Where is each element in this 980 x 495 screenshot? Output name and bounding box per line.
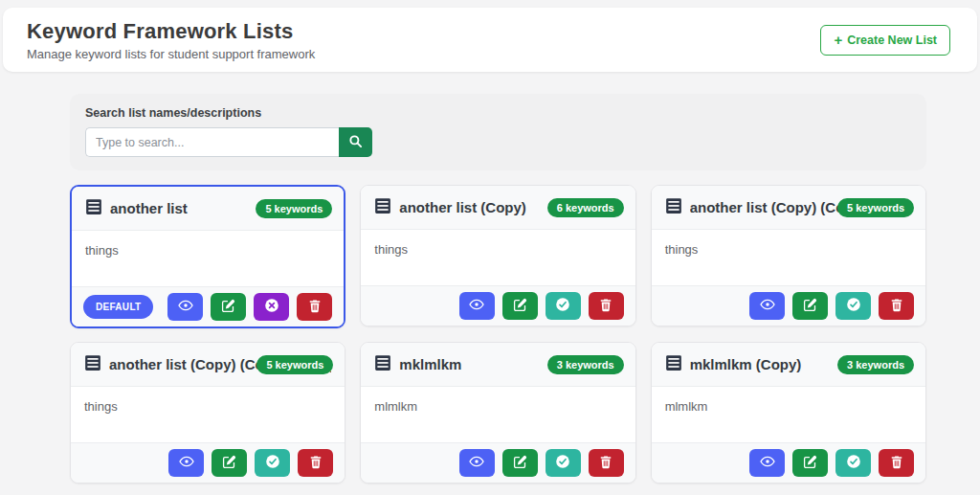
pencil-square-icon: [803, 455, 817, 472]
edit-button[interactable]: [502, 449, 538, 477]
main-content: Search list names/descriptions another l…: [70, 94, 926, 495]
card-description: mlmlkm: [652, 387, 925, 442]
list-icon: [84, 354, 101, 375]
keyword-count-badge: 5 keywords: [256, 355, 333, 374]
list-icon: [665, 197, 682, 218]
trash-icon: [599, 455, 612, 472]
card-header: another list (Copy) (Copy) 5 keywords: [652, 186, 925, 230]
search-label: Search list names/descriptions: [85, 106, 911, 120]
keyword-count-badge: 3 keywords: [837, 355, 914, 374]
search-icon: [348, 134, 363, 151]
eye-icon: [179, 454, 194, 472]
trash-icon: [599, 298, 612, 315]
card-footer: [361, 285, 635, 326]
trash-icon: [308, 299, 322, 316]
view-button[interactable]: [749, 292, 785, 320]
card-footer: [652, 442, 925, 483]
card-footer: [652, 285, 925, 326]
card-footer: DEFAULT: [72, 286, 344, 326]
check-circle-icon: [555, 454, 570, 472]
view-button[interactable]: [167, 293, 203, 321]
view-button[interactable]: [749, 449, 785, 477]
search-panel: Search list names/descriptions: [70, 94, 926, 170]
card-header: another list 5 keywords: [72, 187, 344, 231]
pencil-square-icon: [513, 298, 527, 315]
keyword-count-badge: 5 keywords: [256, 199, 332, 218]
search-group: [85, 127, 911, 157]
keyword-count-badge: 5 keywords: [837, 198, 914, 217]
set-default-button[interactable]: [546, 449, 581, 477]
page-subtitle: Manage keyword lists for student support…: [27, 47, 315, 61]
card-header: another list (Copy) (Copy) (Copy) 5 keyw…: [71, 343, 345, 387]
x-circle-icon: [264, 298, 279, 316]
card-description: mlmlkm: [361, 387, 635, 442]
card-description: things: [72, 231, 344, 286]
edit-button[interactable]: [792, 292, 828, 320]
delete-button[interactable]: [879, 449, 914, 477]
search-button[interactable]: [339, 127, 372, 157]
delete-button[interactable]: [589, 449, 624, 477]
card-description: things: [361, 230, 635, 285]
card-footer: [71, 442, 345, 483]
trash-icon: [890, 298, 903, 315]
keyword-list-card[interactable]: another list 5 keywords things DEFAULT: [70, 185, 345, 328]
plus-icon: +: [834, 35, 842, 45]
card-header: another list (Copy) 6 keywords: [361, 186, 635, 230]
edit-button[interactable]: [211, 293, 246, 321]
list-icon: [665, 354, 682, 375]
page-header-text: Keyword Framework Lists Manage keyword l…: [27, 19, 315, 61]
pencil-square-icon: [803, 298, 817, 315]
page-title: Keyword Framework Lists: [27, 19, 315, 44]
keyword-list-card[interactable]: mklmlkm (Copy) 3 keywords mlmlkm: [651, 342, 926, 484]
trash-icon: [309, 455, 323, 472]
check-circle-icon: [846, 297, 861, 315]
delete-button[interactable]: [879, 292, 914, 320]
eye-icon: [760, 297, 775, 315]
edit-button[interactable]: [212, 449, 247, 477]
list-icon: [85, 198, 102, 219]
keyword-list-card[interactable]: another list (Copy) (Copy) (Copy) 5 keyw…: [70, 342, 345, 484]
create-new-list-button[interactable]: + Create New List: [820, 25, 950, 56]
check-circle-icon: [265, 454, 280, 472]
card-footer: [361, 442, 635, 483]
card-grid: another list 5 keywords things DEFAULT: [70, 185, 926, 484]
check-circle-icon: [846, 454, 861, 472]
eye-icon: [469, 297, 484, 315]
view-button[interactable]: [459, 292, 495, 320]
search-input[interactable]: [85, 127, 339, 157]
card-header: mklmlkm (Copy) 3 keywords: [652, 343, 925, 387]
pencil-square-icon: [222, 455, 236, 472]
view-button[interactable]: [459, 449, 495, 477]
view-button[interactable]: [168, 449, 204, 477]
card-header: mklmlkm 3 keywords: [361, 343, 635, 387]
keyword-count-badge: 6 keywords: [547, 198, 624, 217]
create-new-list-label: Create New List: [847, 34, 937, 47]
edit-button[interactable]: [792, 449, 828, 477]
keyword-list-card[interactable]: mklmlkm 3 keywords mlmlkm: [360, 342, 635, 484]
card-description: things: [71, 387, 345, 442]
set-default-button[interactable]: [255, 449, 290, 477]
set-default-button[interactable]: [835, 449, 871, 477]
delete-button[interactable]: [298, 449, 333, 477]
eye-icon: [760, 454, 775, 472]
set-default-button[interactable]: [546, 292, 581, 320]
list-icon: [374, 354, 391, 375]
default-badge: DEFAULT: [83, 295, 153, 319]
edit-button[interactable]: [502, 292, 538, 320]
pencil-square-icon: [513, 455, 527, 472]
keyword-list-card[interactable]: another list (Copy) (Copy) 5 keywords th…: [651, 185, 926, 326]
page-header: Keyword Framework Lists Manage keyword l…: [3, 8, 977, 72]
card-description: things: [652, 230, 925, 285]
pencil-square-icon: [221, 299, 235, 316]
unset-default-button[interactable]: [254, 293, 289, 321]
list-icon: [374, 197, 391, 218]
delete-button[interactable]: [589, 292, 624, 320]
trash-icon: [890, 455, 903, 472]
eye-icon: [469, 454, 484, 472]
set-default-button[interactable]: [835, 292, 871, 320]
delete-button[interactable]: [297, 293, 332, 321]
keyword-list-card[interactable]: another list (Copy) 6 keywords things: [360, 185, 635, 326]
check-circle-icon: [555, 297, 570, 315]
eye-icon: [178, 298, 193, 316]
keyword-count-badge: 3 keywords: [547, 355, 624, 374]
